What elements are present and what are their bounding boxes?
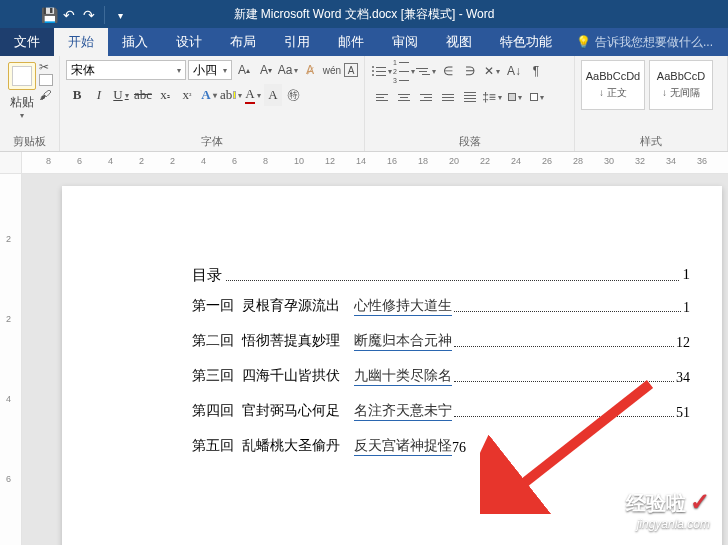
ruler-number: 22 — [480, 156, 490, 166]
window-title: 新建 Microsoft Word 文档.docx [兼容模式] - Word — [234, 6, 495, 23]
asian-layout-button[interactable]: ✕▾ — [481, 60, 503, 82]
format-painter-icon[interactable]: 🖌 — [39, 88, 53, 100]
shrink-font-button[interactable]: A▾ — [256, 60, 276, 80]
justify-button[interactable] — [437, 86, 459, 108]
group-label-paragraph: 段落 — [371, 132, 568, 151]
qat-customize-icon[interactable]: ▾ — [111, 6, 129, 24]
font-size-select[interactable]: 小四▾ — [188, 60, 232, 80]
change-case-button[interactable]: Aa▾ — [278, 60, 298, 80]
style-nospacing[interactable]: AaBbCcD ↓ 无间隔 — [649, 60, 713, 110]
group-styles: AaBbCcDd ↓ 正文 AaBbCcD ↓ 无间隔 样式 — [575, 56, 728, 151]
toc-row[interactable]: 第四回官封弼马心何足名注齐天意未宁51 — [192, 402, 690, 421]
chevron-down-icon: ▾ — [20, 111, 24, 120]
toc-row[interactable]: 第五回乱蟠桃大圣偷丹反天宫诸神捉怪76 — [192, 437, 690, 456]
bold-button[interactable]: B — [66, 84, 88, 106]
bulb-icon: 💡 — [576, 35, 591, 49]
group-label-font: 字体 — [66, 132, 358, 151]
tell-me-placeholder: 告诉我您想要做什么... — [595, 34, 713, 51]
toc-row[interactable]: 第三回四海千山皆拱伏九幽十类尽除名34 — [192, 367, 690, 386]
enclose-characters-button[interactable]: ㊕ — [282, 84, 304, 106]
paste-icon — [8, 62, 36, 90]
superscript-button[interactable]: x² — [176, 84, 198, 106]
align-center-button[interactable] — [393, 86, 415, 108]
toc-chapter: 第三回 — [192, 367, 234, 386]
ruler-number: 14 — [356, 156, 366, 166]
align-left-button[interactable] — [371, 86, 393, 108]
phonetic-guide-button[interactable]: wén — [322, 60, 342, 80]
toc-page-number: 12 — [676, 335, 690, 351]
watermark-brand: 经验啦 — [626, 492, 686, 514]
tab-insert[interactable]: 插入 — [108, 28, 162, 56]
line-spacing-button[interactable]: ‡≡▾ — [481, 86, 503, 108]
ruler-horizontal[interactable]: 864224681012141618202224262830323436 — [0, 152, 728, 174]
borders-button[interactable]: ▾ — [525, 86, 547, 108]
bullets-button[interactable]: ▾ — [371, 60, 393, 82]
tab-design[interactable]: 设计 — [162, 28, 216, 56]
tell-me-search[interactable]: 💡告诉我您想要做什么... — [576, 28, 713, 56]
text-effects-button[interactable]: A▾ — [198, 84, 220, 106]
paste-label: 粘贴 — [10, 94, 34, 111]
toc-row[interactable]: 第二回悟彻菩提真妙理断魔归本合元神12 — [192, 332, 690, 351]
group-font: 宋体▾ 小四▾ A▴ A▾ Aa▾ A̷ wén A B I U▾ abc x₂… — [60, 56, 365, 151]
cut-icon[interactable]: ✂ — [39, 60, 53, 72]
toc-page-number: 1 — [683, 300, 690, 316]
style-normal[interactable]: AaBbCcDd ↓ 正文 — [581, 60, 645, 110]
toc-page-number: 51 — [676, 405, 690, 421]
save-icon[interactable]: 💾 — [40, 6, 58, 24]
font-color-button[interactable]: A▾ — [242, 84, 264, 106]
group-label-clipboard: 剪贴板 — [6, 132, 53, 151]
subscript-button[interactable]: x₂ — [154, 84, 176, 106]
sort-button[interactable]: A↓ — [503, 60, 525, 82]
group-paragraph: ▾ 123▾ ▾ ∈ ∋ ✕▾ A↓ ¶ ‡≡▾ ▾ ▾ 段落 — [365, 56, 575, 151]
ruler-number: 36 — [697, 156, 707, 166]
ruler-vertical[interactable]: 2246 — [0, 174, 22, 545]
align-right-button[interactable] — [415, 86, 437, 108]
italic-button[interactable]: I — [88, 84, 110, 106]
character-border-button[interactable]: A — [344, 63, 358, 77]
tab-mail[interactable]: 邮件 — [324, 28, 378, 56]
undo-icon[interactable]: ↶ — [60, 6, 78, 24]
ruler-number: 26 — [542, 156, 552, 166]
toc-text2: 断魔归本合元神 — [354, 332, 452, 351]
ruler-scale: 864224681012141618202224262830323436 — [22, 152, 728, 173]
copy-icon[interactable] — [39, 74, 53, 86]
clear-formatting-button[interactable]: A̷ — [300, 60, 320, 80]
tab-home[interactable]: 开始 — [54, 28, 108, 56]
shading-button[interactable]: ▾ — [503, 86, 525, 108]
tab-file[interactable]: 文件 — [0, 28, 54, 56]
distributed-button[interactable] — [459, 86, 481, 108]
chevron-down-icon: ▾ — [177, 66, 181, 75]
tab-review[interactable]: 审阅 — [378, 28, 432, 56]
underline-button[interactable]: U▾ — [110, 84, 132, 106]
tab-references[interactable]: 引用 — [270, 28, 324, 56]
toc-page-number: 34 — [676, 370, 690, 386]
ribbon: 粘贴 ▾ ✂ 🖌 剪贴板 宋体▾ 小四▾ A▴ A▾ Aa▾ A̷ wén A … — [0, 56, 728, 152]
paste-button[interactable]: 粘贴 ▾ — [6, 60, 37, 120]
title-bar: 💾 ↶ ↷ ▾ 新建 Microsoft Word 文档.docx [兼容模式]… — [0, 0, 728, 28]
font-name-value: 宋体 — [71, 62, 95, 79]
highlight-button[interactable]: ab▾ — [220, 84, 242, 106]
group-clipboard: 粘贴 ▾ ✂ 🖌 剪贴板 — [0, 56, 60, 151]
tab-special[interactable]: 特色功能 — [486, 28, 566, 56]
strikethrough-button[interactable]: abc — [132, 84, 154, 106]
toc-title-page: 1 — [683, 266, 691, 285]
toc-text1: 乱蟠桃大圣偷丹 — [242, 437, 340, 456]
toc-row[interactable]: 第一回灵根育孕源流出心性修持大道生1 — [192, 297, 690, 316]
redo-icon[interactable]: ↷ — [80, 6, 98, 24]
show-marks-button[interactable]: ¶ — [525, 60, 547, 82]
multilevel-list-button[interactable]: ▾ — [415, 60, 437, 82]
increase-indent-button[interactable]: ∋ — [459, 60, 481, 82]
ruler-number: 4 — [6, 394, 11, 404]
page[interactable]: 目录 1 第一回灵根育孕源流出心性修持大道生1第二回悟彻菩提真妙理断魔归本合元神… — [62, 186, 722, 545]
decrease-indent-button[interactable]: ∈ — [437, 60, 459, 82]
font-name-select[interactable]: 宋体▾ — [66, 60, 186, 80]
tab-layout[interactable]: 布局 — [216, 28, 270, 56]
numbering-button[interactable]: 123▾ — [393, 60, 415, 82]
toc-chapter: 第一回 — [192, 297, 234, 316]
character-shading-button[interactable]: A — [264, 84, 282, 106]
ruler-number: 4 — [108, 156, 113, 166]
tab-view[interactable]: 视图 — [432, 28, 486, 56]
grow-font-button[interactable]: A▴ — [234, 60, 254, 80]
group-label-styles: 样式 — [581, 132, 721, 151]
toc-text2: 反天宫诸神捉怪 — [354, 437, 452, 456]
